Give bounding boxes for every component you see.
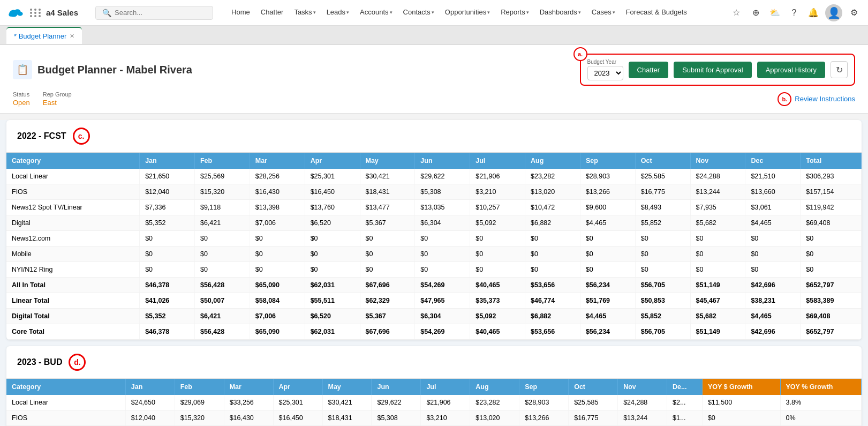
approval-history-button[interactable]: Approval History xyxy=(757,62,825,78)
tab-budget-planner[interactable]: * Budget Planner ✕ xyxy=(6,27,82,44)
cell-jul: $21,906 xyxy=(421,395,470,410)
cell-aug: $46,774 xyxy=(525,293,580,309)
bud-col-apr: Apr xyxy=(273,379,322,395)
cell-may: $67,696 xyxy=(360,278,415,293)
search-input[interactable] xyxy=(115,9,200,17)
cell-mar: $7,006 xyxy=(250,215,305,231)
cell-jan: $24,650 xyxy=(125,395,175,410)
col-jun: Jun xyxy=(415,153,470,169)
help-icon[interactable]: ? xyxy=(787,5,802,20)
cell-sep: $56,234 xyxy=(580,324,635,340)
nav-reports[interactable]: Reports ▾ xyxy=(495,0,534,26)
bud-header-row: Category Jan Feb Mar Apr May Jun Jul Aug… xyxy=(6,379,862,395)
chatter-button[interactable]: Chatter xyxy=(629,62,669,78)
title-row: 📋 Budget Planner - Mabel Rivera a. Budge… xyxy=(13,54,855,86)
cell-category: News12.com xyxy=(6,231,140,246)
cloud-icon[interactable]: ⛅ xyxy=(767,5,782,20)
settings-icon[interactable]: ⚙ xyxy=(847,5,862,20)
col-oct: Oct xyxy=(635,153,690,169)
cell-aug: $0 xyxy=(525,246,580,262)
cell-total: $652,797 xyxy=(801,278,862,293)
submit-approval-button[interactable]: Submit for Approval xyxy=(674,62,751,78)
table-row: All In Total$46,378$56,428$65,090$62,031… xyxy=(6,278,862,293)
cell-jun: $54,269 xyxy=(415,324,470,340)
cell-total: $69,408 xyxy=(801,215,862,231)
cell-sep: $13,266 xyxy=(519,410,569,426)
nav-accounts[interactable]: Accounts ▾ xyxy=(354,0,397,26)
cell-aug: $23,282 xyxy=(525,169,580,184)
cell-aug: $23,282 xyxy=(470,395,519,410)
page-icon: 📋 xyxy=(13,60,32,79)
page-header-bg: 📋 Budget Planner - Mabel Rivera a. Budge… xyxy=(0,45,868,114)
cell-jul: $0 xyxy=(470,262,525,278)
salesforce-logo xyxy=(6,3,26,23)
cell-dec: $42,696 xyxy=(745,278,801,293)
cell-nov: $5,682 xyxy=(690,215,745,231)
cell-yoy-pct: 0% xyxy=(780,410,861,426)
table-row: Digital Total$5,352$6,421$7,006$6,520$5,… xyxy=(6,309,862,324)
rep-group-value: East xyxy=(43,99,72,107)
nav-cases[interactable]: Cases ▾ xyxy=(586,0,621,26)
review-instructions-link[interactable]: Review Instructions xyxy=(795,95,855,103)
cell-jul: $3,210 xyxy=(421,410,470,426)
cell-jun: $6,304 xyxy=(415,215,470,231)
cell-oct: $25,585 xyxy=(635,169,690,184)
cell-jan: $41,026 xyxy=(140,293,195,309)
cell-jun: $0 xyxy=(415,246,470,262)
status-field: Status Open xyxy=(13,91,30,107)
table-row: News12.com$0$0$0$0$0$0$0$0$0$0$0$0$0 xyxy=(6,231,862,246)
bud-col-jan: Jan xyxy=(125,379,175,395)
refresh-button[interactable]: ↻ xyxy=(831,61,848,78)
cell-may: $30,421 xyxy=(360,169,415,184)
cell-category: Linear Total xyxy=(6,293,140,309)
annotation-a: a. xyxy=(573,47,587,61)
nav-dashboards[interactable]: Dashboards ▾ xyxy=(534,0,586,26)
nav-opportunities[interactable]: Opportunities ▾ xyxy=(440,0,495,26)
cell-sep: $56,234 xyxy=(580,278,635,293)
cell-aug: $13,020 xyxy=(525,184,580,200)
nav-bar: Home Chatter Tasks ▾ Leads ▾ Accounts ▾ … xyxy=(226,0,724,26)
cell-mar: $0 xyxy=(250,246,305,262)
cell-feb: $25,569 xyxy=(194,169,250,184)
nav-contacts[interactable]: Contacts ▾ xyxy=(398,0,440,26)
rep-group-field: Rep Group East xyxy=(43,91,72,107)
cell-sep: $4,465 xyxy=(580,215,635,231)
budget-year-label: Budget Year xyxy=(587,59,623,65)
cell-aug: $6,882 xyxy=(525,215,580,231)
nav-forecast-budgets[interactable]: Forecast & Budgets xyxy=(621,0,692,26)
cell-may: $5,367 xyxy=(360,309,415,324)
add-icon[interactable]: ⊕ xyxy=(748,5,763,20)
section-fcst-title: 2022 - FCST xyxy=(17,131,66,141)
col-may: May xyxy=(360,153,415,169)
cell-apr: $0 xyxy=(305,262,360,278)
cell-yoy-dollar: $0 xyxy=(702,410,780,426)
tab-close-icon[interactable]: ✕ xyxy=(70,33,74,40)
cell-jan: $5,352 xyxy=(140,215,195,231)
cell-total: $157,154 xyxy=(801,184,862,200)
tab-label: * Budget Planner xyxy=(14,32,66,40)
col-apr: Apr xyxy=(305,153,360,169)
cell-jun: $29,622 xyxy=(415,169,470,184)
cell-feb: $15,320 xyxy=(175,410,224,426)
cell-aug: $0 xyxy=(525,262,580,278)
bell-icon[interactable]: 🔔 xyxy=(806,5,821,20)
nav-tasks[interactable]: Tasks ▾ xyxy=(289,0,321,26)
grid-menu-icon[interactable] xyxy=(30,9,42,17)
col-mar: Mar xyxy=(250,153,305,169)
cell-jul: $35,373 xyxy=(470,293,525,309)
cell-feb: $56,428 xyxy=(194,324,250,340)
cell-nov: $5,682 xyxy=(690,309,745,324)
cell-jul: $5,092 xyxy=(470,215,525,231)
fcst-table-wrapper: Category Jan Feb Mar Apr May Jun Jul Aug… xyxy=(6,153,862,340)
nav-home[interactable]: Home xyxy=(226,0,255,26)
star-icon[interactable]: ☆ xyxy=(729,5,744,20)
cell-sep: $0 xyxy=(580,262,635,278)
header-controls: a. Budget Year 2023 2022 2024 Chatter Su… xyxy=(580,54,855,86)
cell-apr: $62,031 xyxy=(305,324,360,340)
nav-chatter[interactable]: Chatter xyxy=(255,0,289,26)
cell-may: $13,477 xyxy=(360,200,415,215)
nav-leads[interactable]: Leads ▾ xyxy=(321,0,354,26)
cell-jul: $0 xyxy=(470,246,525,262)
budget-year-select[interactable]: 2023 2022 2024 xyxy=(587,66,623,80)
avatar[interactable]: 👤 xyxy=(825,4,842,21)
